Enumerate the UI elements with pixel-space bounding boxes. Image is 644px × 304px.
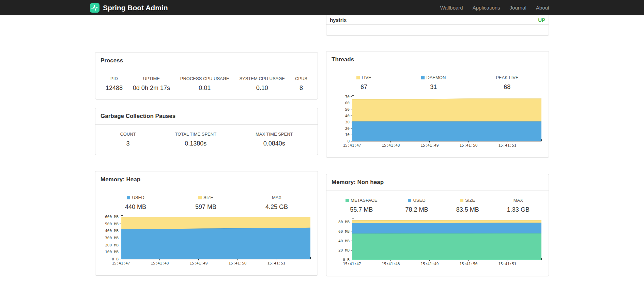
- navbar-inner: Spring Boot Admin Wallboard Applications…: [90, 0, 554, 15]
- stat-value: 440 MB: [125, 203, 146, 211]
- stat-gc-count: COUNT 3: [120, 132, 136, 147]
- stat-value: 0.0840s: [256, 140, 293, 147]
- stat-nonheap-used: USED 78.2 MB: [405, 198, 428, 213]
- process-card-title: Process: [95, 52, 318, 69]
- svg-text:50: 50: [345, 107, 350, 112]
- application-row-hystrix[interactable]: hystrix UP: [326, 16, 549, 25]
- svg-text:15:41:51: 15:41:51: [267, 261, 285, 265]
- svg-text:500 MB: 500 MB: [105, 222, 119, 226]
- gc-pauses-card: Garbage Collection Pauses COUNT 3 TOTAL …: [95, 108, 318, 155]
- application-name: hystrix: [330, 17, 347, 23]
- nav-wallboard[interactable]: Wallboard: [435, 5, 468, 11]
- svg-text:15:41:51: 15:41:51: [498, 262, 516, 266]
- svg-text:70: 70: [345, 95, 350, 99]
- brand-link[interactable]: Spring Boot Admin: [90, 3, 168, 13]
- svg-text:15:41:49: 15:41:49: [420, 143, 439, 148]
- stat-value: 55.7 MB: [346, 206, 377, 213]
- nav-applications[interactable]: Applications: [468, 5, 505, 11]
- stat-label: MAX TIME SPENT: [256, 132, 293, 137]
- stat-nonheap-size: SIZE 83.5 MB: [456, 198, 479, 213]
- stat-label: USED: [125, 195, 146, 200]
- threads-card: Threads LIVE 67 DAEMON: [326, 51, 549, 158]
- memory-heap-chart: 0 B100 MB200 MB300 MB400 MB500 MB600 MB1…: [101, 213, 312, 268]
- svg-text:60: 60: [345, 101, 350, 105]
- stat-label: SIZE: [195, 195, 216, 200]
- threads-legend: LIVE 67 DAEMON 31 PEAK LIVE 68: [332, 75, 543, 91]
- nav-links: Wallboard Applications Journal About: [435, 5, 554, 11]
- legend-swatch-size: [198, 196, 202, 199]
- memory-nonheap-card-title: Memory: Non heap: [326, 174, 549, 191]
- svg-text:15:41:50: 15:41:50: [228, 261, 246, 265]
- svg-text:15:41:47: 15:41:47: [343, 143, 361, 148]
- nav-about[interactable]: About: [531, 5, 554, 11]
- legend-swatch-metaspace: [346, 199, 349, 202]
- stat-value: 83.5 MB: [456, 206, 479, 213]
- svg-text:10: 10: [345, 133, 350, 137]
- stat-label: LIVE: [356, 75, 371, 80]
- svg-text:200 MB: 200 MB: [105, 243, 119, 247]
- content: Process PID 12488 UPTIME 0d 0h 2m 17s PR…: [90, 0, 554, 276]
- memory-heap-card: Memory: Heap USED 440 MB SIZE: [95, 171, 318, 276]
- svg-text:15:41:50: 15:41:50: [459, 143, 477, 148]
- stat-system-cpu-usage: SYSTEM CPU USAGE 0.10: [239, 76, 285, 92]
- stat-value: 1.33 GB: [507, 206, 530, 213]
- legend-swatch-live: [356, 76, 360, 79]
- stat-value: 78.2 MB: [405, 206, 428, 213]
- status-badge: UP: [538, 17, 545, 23]
- stat-label: PEAK LIVE: [496, 75, 518, 80]
- left-column: Process PID 12488 UPTIME 0d 0h 2m 17s PR…: [95, 15, 318, 276]
- svg-text:30: 30: [345, 120, 350, 124]
- stat-nonheap-max: MAX 1.33 GB: [507, 198, 530, 213]
- stat-label: DAEMON: [421, 75, 446, 80]
- gc-stats: COUNT 3 TOTAL TIME SPENT 0.1380s MAX TIM…: [101, 132, 312, 147]
- legend-swatch-daemon: [421, 76, 425, 79]
- stat-label: METASPACE: [346, 198, 377, 203]
- stat-label: COUNT: [120, 132, 136, 137]
- stat-label: MAX: [265, 195, 288, 200]
- stat-value: 0.01: [180, 85, 229, 92]
- svg-text:15:41:47: 15:41:47: [112, 261, 130, 265]
- memory-heap-card-title: Memory: Heap: [95, 171, 318, 188]
- threads-card-title: Threads: [326, 51, 549, 68]
- stat-value: 597 MB: [195, 203, 216, 211]
- svg-text:100 MB: 100 MB: [105, 250, 119, 254]
- svg-text:15:41:48: 15:41:48: [382, 143, 400, 148]
- memory-nonheap-chart: 0 B20 MB40 MB60 MB80 MB15:41:4715:41:481…: [332, 216, 543, 269]
- stat-label: TOTAL TIME SPENT: [175, 132, 217, 137]
- stat-gc-total-time: TOTAL TIME SPENT 0.1380s: [175, 132, 217, 147]
- svg-text:40 MB: 40 MB: [338, 239, 350, 243]
- stat-value: 8: [295, 85, 307, 92]
- stat-label: MAX: [507, 198, 530, 203]
- stat-value: 3: [120, 140, 136, 147]
- stat-threads-daemon: DAEMON 31: [421, 75, 446, 91]
- stat-value: 0.10: [239, 85, 285, 92]
- stat-value: 0.1380s: [175, 140, 217, 147]
- svg-text:15:41:48: 15:41:48: [382, 262, 400, 266]
- process-card: Process PID 12488 UPTIME 0d 0h 2m 17s PR…: [95, 52, 318, 100]
- stat-threads-peak-live: PEAK LIVE 68: [496, 75, 518, 91]
- stat-value: 4.25 GB: [265, 203, 288, 211]
- svg-text:20 MB: 20 MB: [338, 248, 350, 253]
- stat-label: PID: [106, 76, 123, 81]
- stat-process-cpu-usage: PROCESS CPU USAGE 0.01: [180, 76, 229, 92]
- right-column: hystrix UP Threads LIVE 67: [326, 15, 549, 276]
- stat-cpus: CPUS 8: [295, 76, 307, 92]
- svg-text:300 MB: 300 MB: [105, 236, 119, 240]
- spring-boot-admin-logo-icon: [90, 3, 99, 13]
- legend-swatch-used: [408, 199, 411, 202]
- svg-text:15:41:51: 15:41:51: [498, 143, 516, 148]
- svg-text:15:41:49: 15:41:49: [420, 262, 439, 266]
- nav-journal[interactable]: Journal: [505, 5, 531, 11]
- memory-heap-legend: USED 440 MB SIZE 597 MB MAX 4.25 GB: [101, 195, 312, 211]
- stat-value: 68: [496, 83, 518, 91]
- status-card-footer-space: [326, 25, 549, 35]
- memory-nonheap-card: Memory: Non heap METASPACE 55.7 MB USED: [326, 174, 549, 276]
- stat-value: 31: [421, 83, 446, 91]
- stat-pid: PID 12488: [106, 76, 123, 92]
- stat-value: 0d 0h 2m 17s: [133, 85, 170, 92]
- svg-text:40: 40: [345, 114, 350, 118]
- stat-gc-max-time: MAX TIME SPENT 0.0840s: [256, 132, 293, 147]
- top-navbar: Spring Boot Admin Wallboard Applications…: [0, 0, 644, 15]
- svg-text:80 MB: 80 MB: [338, 220, 350, 224]
- svg-text:15:41:49: 15:41:49: [189, 261, 208, 265]
